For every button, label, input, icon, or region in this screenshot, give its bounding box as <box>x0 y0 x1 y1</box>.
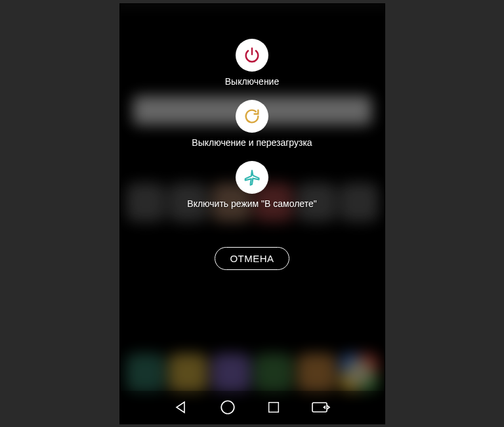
svg-point-4 <box>221 401 234 414</box>
nav-bar <box>120 391 385 424</box>
option-airplane-mode[interactable]: Включить режим "В самолете" <box>187 161 316 209</box>
option-restart[interactable]: Выключение и перезагрузка <box>192 100 312 148</box>
option-label: Выключение и перезагрузка <box>192 137 312 148</box>
power-menu: Выключение Выключение и перезагрузка <box>120 39 385 270</box>
svg-marker-3 <box>177 402 184 413</box>
nav-home-button[interactable] <box>219 399 236 416</box>
nav-back-button[interactable] <box>173 399 189 415</box>
nav-extra-button[interactable] <box>311 400 331 415</box>
power-icon <box>236 39 268 72</box>
option-power-off[interactable]: Выключение <box>225 39 279 87</box>
phone-frame: Выключение Выключение и перезагрузка <box>120 4 385 424</box>
option-label: Включить режим "В самолете" <box>187 198 316 209</box>
svg-rect-5 <box>269 402 279 412</box>
svg-point-2 <box>254 61 255 62</box>
nav-recent-button[interactable] <box>266 400 281 415</box>
restart-icon <box>236 100 268 133</box>
cancel-button[interactable]: ОТМЕНА <box>215 247 289 270</box>
svg-point-1 <box>251 62 252 62</box>
airplane-icon <box>236 161 268 194</box>
svg-point-0 <box>249 61 249 62</box>
option-label: Выключение <box>225 76 279 87</box>
